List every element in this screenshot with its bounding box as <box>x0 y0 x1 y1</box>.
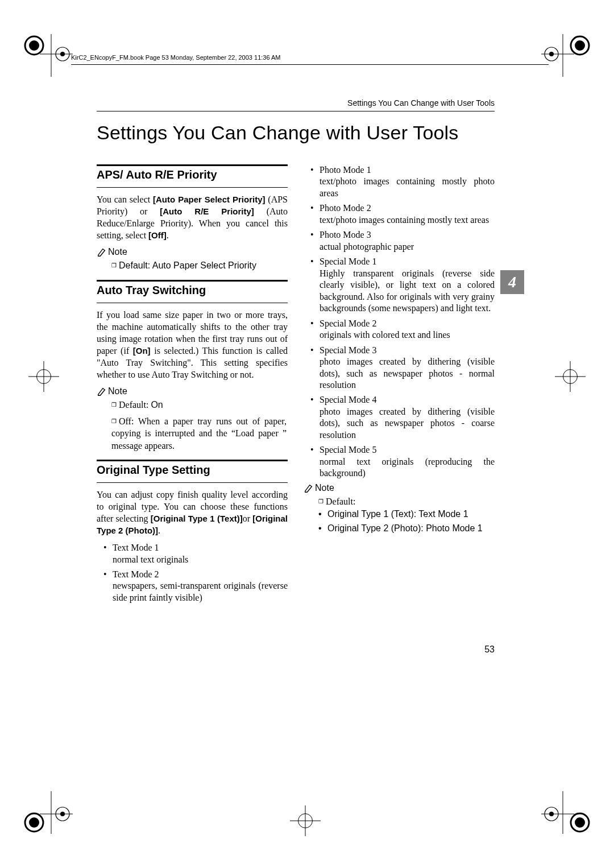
mode-name: Special Mode 4 <box>320 395 376 404</box>
modes-right: Photo Mode 1 text/photo images containin… <box>310 164 495 480</box>
mode-desc: text/photo images containing mostly text… <box>320 215 489 225</box>
mode-desc: photo images created by dithering (visib… <box>320 357 495 390</box>
rule <box>97 280 288 282</box>
text: . <box>167 230 169 240</box>
bullet-icon: ❒ <box>111 262 117 268</box>
mode-item: Photo Mode 1 text/photo images containin… <box>310 164 495 199</box>
pencil-icon <box>97 247 107 256</box>
mode-item: Special Mode 2 originals with colored te… <box>310 318 495 341</box>
mode-name: Special Mode 2 <box>320 319 376 328</box>
page: KirC2_ENcopyF_FM.book Page 53 Monday, Se… <box>0 0 614 868</box>
book-tag-text: KirC2_ENcopyF_FM.book Page 53 Monday, Se… <box>71 54 281 61</box>
print-area: KirC2_ENcopyF_FM.book Page 53 Monday, Se… <box>97 88 495 607</box>
svg-point-23 <box>549 812 554 816</box>
mode-desc: originals with colored text and lines <box>320 330 450 340</box>
svg-point-5 <box>60 52 65 56</box>
modes-left: Text Mode 1 normal text originals Text M… <box>103 542 288 604</box>
ots-default: ❒Default: <box>318 495 495 507</box>
book-tag-rule <box>71 64 549 65</box>
text: On <box>151 400 163 410</box>
note-label: Note <box>108 247 127 257</box>
ui-label: [Off] <box>148 230 167 240</box>
content: Settings You Can Change with User Tools … <box>97 88 495 607</box>
mode-desc: actual photographic paper <box>320 242 414 251</box>
note-heading: Note <box>97 386 288 396</box>
svg-point-11 <box>549 52 554 56</box>
mode-name: Special Mode 5 <box>320 445 376 454</box>
svg-point-7 <box>575 40 585 51</box>
note-label: Note <box>315 483 334 493</box>
list-item: Original Type 2 (Photo): Photo Mode 1 <box>318 523 495 535</box>
note-heading: Note <box>304 483 495 493</box>
register-mark-bottom <box>296 811 315 830</box>
pencil-icon <box>304 483 314 492</box>
bullet-icon: ❒ <box>111 418 117 424</box>
mode-desc: normal text originals (reproducing the b… <box>320 457 495 478</box>
crop-mark-bl <box>23 786 74 837</box>
section-tab: 4 <box>500 270 524 294</box>
book-tag: KirC2_ENcopyF_FM.book Page 53 Monday, Se… <box>71 54 281 61</box>
mode-item: Photo Mode 2 text/photo images containin… <box>310 202 495 226</box>
svg-point-19 <box>575 817 585 828</box>
ui-label: [Auto R/E Priority] <box>160 206 254 216</box>
crop-mark-tr <box>540 31 591 82</box>
text: or <box>243 514 253 523</box>
rule <box>97 303 288 303</box>
mode-desc: text/photo images containing mostly phot… <box>320 176 495 197</box>
svg-point-1 <box>29 40 39 51</box>
mode-desc: Highly transparent originals (reverse si… <box>320 268 495 313</box>
rule <box>97 164 288 166</box>
mode-item: Special Mode 4 photo images created by d… <box>310 394 495 441</box>
mode-name: Text Mode 1 <box>113 543 159 552</box>
rule <box>97 482 288 483</box>
heading-aps: APS/ Auto R/E Priority <box>97 168 288 181</box>
bullet-icon: ❒ <box>111 402 117 408</box>
text: Default: <box>119 400 151 410</box>
mode-name: Photo Mode 1 <box>320 165 371 175</box>
crop-mark-tl <box>23 31 74 82</box>
text: Default: Auto Paper Select Priority <box>119 261 256 270</box>
mode-item: Special Mode 1 Highly transparent origin… <box>310 256 495 314</box>
ui-label: [Auto Paper Select Priority] <box>153 195 265 204</box>
svg-point-13 <box>29 817 39 828</box>
svg-point-17 <box>60 812 65 816</box>
mode-desc: normal text originals <box>113 555 188 564</box>
mode-name: Text Mode 2 <box>113 569 159 579</box>
column-left: APS/ Auto R/E Priority You can select [A… <box>97 164 288 607</box>
ats-default: ❒Default: On <box>111 399 288 411</box>
ui-message: Load paper <box>235 428 283 438</box>
aps-body: You can select [Auto Paper Select Priori… <box>97 193 288 241</box>
heading-ots: Original Type Setting <box>97 464 288 477</box>
ats-off: ❒Off: When a paper tray runs out of pape… <box>111 415 288 451</box>
list-item: Original Type 1 (Text): Text Mode 1 <box>318 509 495 520</box>
column-right: Photo Mode 1 text/photo images containin… <box>304 164 495 607</box>
mode-item: Text Mode 1 normal text originals <box>103 542 288 565</box>
mode-name: Special Mode 3 <box>320 345 376 355</box>
note-heading: Note <box>97 247 288 257</box>
register-mark-right <box>561 367 580 386</box>
running-header: Settings You Can Change with User Tools <box>97 88 495 111</box>
pencil-icon <box>97 386 107 395</box>
mode-desc: photo images created by dithering (visib… <box>320 407 495 440</box>
text: You can select <box>97 195 153 204</box>
register-mark-left <box>34 367 53 386</box>
text: . <box>158 526 160 535</box>
ui-label: [Original Type 1 (Text)] <box>151 514 243 523</box>
ots-body: You can adjust copy finish quality level… <box>97 489 288 536</box>
mode-item: Photo Mode 3 actual photographic paper <box>310 229 495 253</box>
ats-body: If you load same size paper in two or mo… <box>97 309 288 381</box>
page-number: 53 <box>484 644 495 655</box>
mode-name: Photo Mode 2 <box>320 203 371 213</box>
text: Default: <box>326 497 355 506</box>
mode-desc: newspapers, semi-transparent originals (… <box>113 581 288 602</box>
note-label: Note <box>108 386 127 396</box>
columns: APS/ Auto R/E Priority You can select [A… <box>97 164 495 607</box>
rule <box>97 460 288 461</box>
crop-mark-br <box>540 786 591 837</box>
ui-label: [On] <box>133 346 151 356</box>
mode-name: Special Mode 1 <box>320 257 376 266</box>
mode-item: Text Mode 2 newspapers, semi-transparent… <box>103 569 288 604</box>
mode-item: Special Mode 5 normal text originals (re… <box>310 444 495 479</box>
mode-item: Special Mode 3 photo images created by d… <box>310 345 495 391</box>
heading-ats: Auto Tray Switching <box>97 284 288 297</box>
